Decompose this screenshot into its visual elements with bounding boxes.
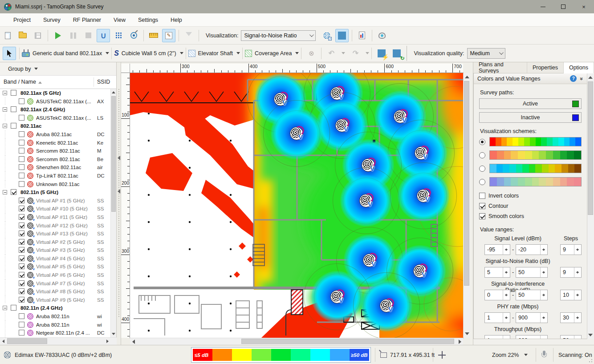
scheme-option-3[interactable] <box>479 177 582 186</box>
spinner-buttons[interactable] <box>540 290 547 300</box>
map-vertical-scrollbar[interactable] <box>463 73 470 338</box>
tree-checkbox[interactable] <box>19 140 24 146</box>
pause-survey-button[interactable] <box>66 29 80 42</box>
tree-expander-icon[interactable] <box>3 306 7 310</box>
range-max-spinner[interactable]: -20 <box>516 244 548 255</box>
scrollbar-thumb[interactable] <box>241 339 454 344</box>
scrollbar-thumb[interactable] <box>111 96 116 212</box>
calibrate-button[interactable] <box>147 29 160 42</box>
scroll-left-icon[interactable] <box>132 340 135 344</box>
tab-options[interactable]: Options <box>564 62 594 73</box>
redo-dropdown-icon[interactable] <box>366 52 369 56</box>
tab-properties[interactable]: Properties <box>527 62 564 73</box>
tree-checkbox[interactable] <box>19 222 24 228</box>
tree-row[interactable]: Aruba 802.11nwi <box>0 321 117 329</box>
map-horizontal-scrollbar[interactable] <box>130 338 463 345</box>
menu-rf-planner[interactable]: RF Planner <box>67 13 107 26</box>
edit-notes-button[interactable]: ✎ <box>162 29 175 42</box>
survey-path-active-button[interactable]: Active <box>479 98 582 109</box>
pan-tool[interactable] <box>438 345 446 364</box>
select-tool-button[interactable] <box>3 47 16 60</box>
scrollbar-thumb[interactable] <box>588 81 593 215</box>
spinner-buttons[interactable] <box>574 267 581 277</box>
point-survey-button[interactable] <box>112 29 125 42</box>
tree-row[interactable]: vVirtual AP #2 (5 GHz)SS <box>0 238 117 247</box>
ap-marker[interactable]: V <box>363 254 376 267</box>
option-invert-colors[interactable]: Invert colors <box>479 190 582 201</box>
ap-marker[interactable]: V <box>330 290 344 303</box>
scroll-up-icon[interactable] <box>588 76 593 79</box>
tree-checkbox[interactable] <box>19 164 24 170</box>
visualization-select[interactable]: Signal-to-Noise Ratio <box>241 30 316 41</box>
all-aps-button[interactable] <box>335 29 349 42</box>
tree-row[interactable]: 802.11ax (5 GHz) <box>0 89 117 97</box>
tree-checkbox[interactable] <box>19 272 24 278</box>
range-min-spinner[interactable]: 5 <box>484 267 510 278</box>
maximize-button[interactable] <box>553 0 574 13</box>
survey-path-inactive-button[interactable]: Inactive <box>479 112 582 123</box>
column-divider[interactable] <box>94 77 94 87</box>
spinner-buttons[interactable] <box>503 313 510 323</box>
range-steps-spinner[interactable]: 9 <box>560 244 582 255</box>
spinner-buttons[interactable] <box>574 313 581 323</box>
ap-marker[interactable]: V <box>394 110 407 123</box>
range-min-spinner[interactable]: 0 <box>484 290 510 300</box>
tree-checkbox[interactable] <box>19 173 24 178</box>
options-scrollbar[interactable] <box>587 73 594 339</box>
minimize-button[interactable] <box>533 0 553 13</box>
undo-button[interactable]: ↶ <box>325 47 338 60</box>
tree-row[interactable]: vVirtual AP #5 (5 GHz)SS <box>0 263 117 271</box>
tree-row[interactable]: vVirtual AP #8 (5 GHz)SS <box>0 287 117 296</box>
tree-expander-icon[interactable] <box>3 190 7 194</box>
tree-row[interactable]: vVirtual AP #1 (5 GHz)SS <box>0 197 117 205</box>
save-project-button[interactable] <box>31 29 45 42</box>
scroll-left-icon[interactable] <box>2 340 4 343</box>
range-steps-spinner[interactable]: 30 <box>560 312 582 323</box>
section-colors-value-ranges[interactable]: Colors and Value Ranges ? » <box>474 73 587 84</box>
new-project-button[interactable] <box>1 29 14 42</box>
tree-row[interactable]: vVirtual AP #13 (5 GHz)SS <box>0 230 117 238</box>
tab-plans-and-surveys[interactable]: Plans and Surveys <box>473 62 527 73</box>
collapse-left-icon[interactable] <box>118 156 120 160</box>
tree-checkbox[interactable] <box>19 214 24 220</box>
tree-row[interactable]: Tp-LinkT 802.11acDC <box>0 172 117 180</box>
scheme-option-2[interactable] <box>479 164 582 173</box>
tree-row[interactable]: vVirtual AP #6 (5 GHz)SS <box>0 271 117 279</box>
spinner-buttons[interactable] <box>574 290 581 300</box>
tree-checkbox[interactable] <box>19 148 24 154</box>
tree-checkbox[interactable] <box>11 106 16 112</box>
scroll-right-icon[interactable] <box>106 340 109 343</box>
tree-row[interactable]: Sercomm 802.11acBe <box>0 155 117 164</box>
ap-marker[interactable]: V <box>415 146 428 160</box>
menu-view[interactable]: View <box>107 13 132 26</box>
tree-row[interactable]: ASUSTekC 802.11ax (...LS <box>0 114 117 122</box>
quality-select[interactable]: Medium <box>467 48 505 59</box>
tree-row[interactable]: vVirtual AP #9 (5 GHz)SS <box>0 296 117 304</box>
ap-selector-label[interactable]: Generic dual band 802.11ax <box>33 50 102 57</box>
ap-marker[interactable]: V <box>413 264 427 278</box>
tree-row[interactable]: vVirtual AP #7 (5 GHz)SS <box>0 279 117 288</box>
tree-checkbox[interactable] <box>19 263 24 269</box>
tree-expander-icon[interactable] <box>3 124 7 128</box>
scroll-up-icon[interactable] <box>112 91 115 93</box>
apply-visualization-button[interactable] <box>182 29 195 42</box>
tree-row[interactable]: Aruba 802.11nwi <box>0 312 117 321</box>
spinner-buttons[interactable] <box>540 336 547 339</box>
tree-row[interactable]: 802.11n (5 GHz) <box>0 188 117 197</box>
range-max-spinner[interactable]: 900 <box>516 312 548 323</box>
tree-checkbox[interactable] <box>19 255 24 261</box>
spinner-buttons[interactable] <box>503 245 510 255</box>
color-swatch[interactable] <box>572 101 579 107</box>
attenuation-zone-label[interactable]: Elevator Shaft <box>198 50 233 57</box>
menu-project[interactable]: Project <box>7 13 37 26</box>
close-button[interactable]: × <box>574 0 594 13</box>
tree-row[interactable]: Aruba 802.11acDC <box>0 130 117 139</box>
spinner-buttons[interactable] <box>503 290 510 300</box>
floor-plan-canvas[interactable]: VVVVVVVVVVVVV <box>130 73 463 338</box>
range-steps-spinner[interactable]: 50 <box>560 335 582 339</box>
recalculate-quick-button[interactable]: ⚡ <box>375 47 388 60</box>
checkbox-icon[interactable] <box>479 203 485 209</box>
checkbox-icon[interactable] <box>479 193 485 199</box>
option-contour[interactable]: Contour <box>479 201 582 211</box>
spinner-buttons[interactable] <box>503 336 510 339</box>
